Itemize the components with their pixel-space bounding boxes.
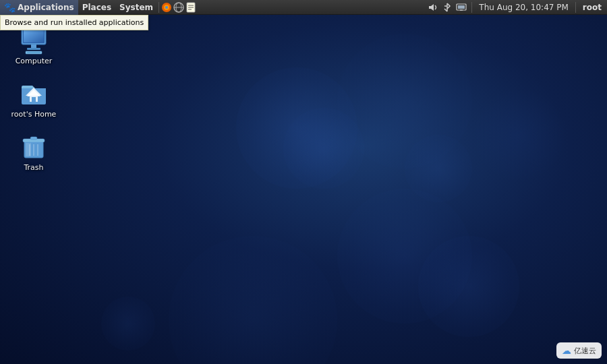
taskbar: 🐾 Applications Places System xyxy=(0,0,607,15)
tray-divider xyxy=(471,2,472,13)
text-editor-launcher[interactable] xyxy=(185,1,197,13)
svg-rect-12 xyxy=(458,5,465,9)
trash-label: Trash xyxy=(24,163,43,172)
taskbar-divider xyxy=(158,2,159,13)
firefox-launcher[interactable] xyxy=(161,1,173,13)
bluetooth-icon xyxy=(442,2,453,13)
text-editor-icon xyxy=(185,1,197,13)
applications-icon: 🐾 xyxy=(4,2,16,13)
svg-rect-16 xyxy=(24,29,44,42)
network-launcher[interactable] xyxy=(173,1,185,13)
volume-tray-icon[interactable] xyxy=(427,1,439,13)
applications-menu[interactable]: 🐾 Applications xyxy=(0,0,78,15)
watermark-text: 亿速云 xyxy=(574,346,596,356)
system-tray xyxy=(427,1,467,13)
tooltip-text: Browse and run installed applications xyxy=(5,18,144,27)
desktop: 🐾 Applications Places System xyxy=(0,0,607,364)
watermark-symbol: ☁ xyxy=(562,345,571,356)
taskbar-right: Thu Aug 20, 10:47 PM root xyxy=(427,1,607,13)
clock: Thu Aug 20, 10:47 PM xyxy=(476,3,571,12)
svg-marker-10 xyxy=(429,4,434,11)
system-menu[interactable]: System xyxy=(115,0,157,15)
computer-label: Computer xyxy=(16,57,53,65)
applications-tooltip: Browse and run installed applications xyxy=(0,15,148,30)
taskbar-left: 🐾 Applications Places System xyxy=(0,0,427,15)
places-menu[interactable]: Places xyxy=(78,0,115,15)
trash-svg xyxy=(18,129,50,162)
svg-rect-27 xyxy=(30,137,37,140)
home-svg xyxy=(18,76,50,109)
places-label: Places xyxy=(82,3,111,12)
desktop-icons: Computer root's Home xyxy=(7,20,61,175)
svg-rect-25 xyxy=(26,143,31,156)
username: root xyxy=(580,3,604,12)
roots-home-icon[interactable]: root's Home xyxy=(7,73,61,121)
watermark: ☁ 亿速云 xyxy=(556,342,602,359)
display-tray-icon[interactable] xyxy=(455,1,467,13)
volume-icon xyxy=(428,2,438,13)
firefox-icon xyxy=(161,1,173,13)
roots-home-icon-image xyxy=(18,76,50,109)
system-label: System xyxy=(119,3,153,12)
trash-icon-image xyxy=(18,129,50,162)
svg-point-2 xyxy=(165,6,168,9)
svg-rect-20 xyxy=(27,52,40,53)
clock-divider xyxy=(575,2,576,13)
roots-home-label: root's Home xyxy=(11,110,57,119)
trash-icon[interactable]: Trash xyxy=(7,127,61,175)
network-icon xyxy=(173,1,185,13)
svg-rect-18 xyxy=(27,48,40,50)
applications-label: Applications xyxy=(18,3,74,12)
bluetooth-tray-icon[interactable] xyxy=(441,1,453,13)
svg-rect-23 xyxy=(32,97,36,102)
display-icon xyxy=(456,2,467,13)
